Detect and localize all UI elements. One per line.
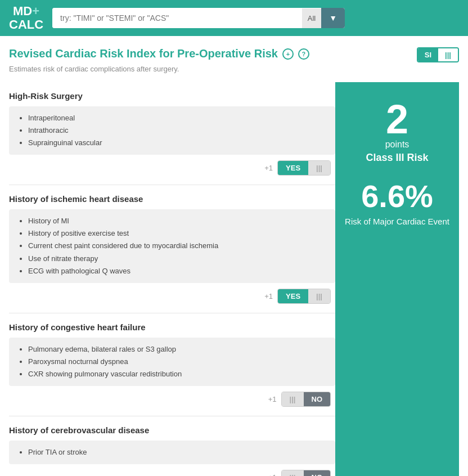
criteria-item: ECG with pathological Q waves — [28, 265, 326, 277]
question-ischemic-heart: History of ischemic heart disease Histor… — [9, 185, 335, 313]
result-points: 2 — [386, 99, 408, 140]
add-icon[interactable]: + — [282, 48, 294, 60]
criteria-item: Prior TIA or stroke — [28, 446, 326, 459]
criteria-item: Pulmonary edema, bilateral rales or S3 g… — [28, 343, 326, 356]
plus-label-0: +1 — [264, 164, 273, 172]
no-button-2[interactable]: NO — [304, 392, 331, 406]
subtitle: Estimates risk of cardiac complications … — [9, 65, 459, 73]
no-button-0[interactable]: ||| — [308, 161, 330, 175]
criteria-box-2: Pulmonary edema, bilateral rales or S3 g… — [9, 338, 335, 386]
result-class-label: Class III Risk — [366, 152, 428, 164]
toggle-row-0: +1 YES ||| — [9, 160, 335, 176]
criteria-item: CXR showing pulmonary vascular redistrib… — [28, 368, 326, 380]
question-title-2: History of congestive heart failure — [9, 322, 335, 332]
logo: MD+ CALC — [9, 5, 43, 32]
criteria-box-0: Intraperitoneal Intrathoracic Supraingui… — [9, 106, 335, 155]
toggle-row-3: +1 ||| NO — [9, 470, 335, 476]
no-button-1[interactable]: ||| — [308, 289, 330, 303]
criteria-item: Suprainguinal vascular — [28, 137, 326, 149]
yes-button-2[interactable]: ||| — [282, 392, 304, 406]
yes-button-0[interactable]: YES — [278, 161, 308, 175]
units-toggle: SI ||| — [417, 47, 459, 62]
criteria-item: History of MI — [28, 215, 326, 227]
toggle-3: ||| NO — [281, 470, 331, 476]
criteria-box-3: Prior TIA or stroke — [9, 441, 335, 464]
result-percentage: 6.6% — [361, 181, 433, 212]
question-congestive-heart: History of congestive heart failure Pulm… — [9, 313, 335, 416]
criteria-box-1: History of MI History of positive exerci… — [9, 209, 335, 282]
criteria-item: Use of nitrate therapy — [28, 253, 326, 265]
toggle-row-1: +1 YES ||| — [9, 289, 335, 304]
search-input[interactable] — [52, 8, 302, 28]
plus-label-3: +1 — [268, 473, 277, 476]
units-button[interactable]: ||| — [438, 48, 458, 61]
question-title-3: History of cerebrovascular disease — [9, 425, 335, 435]
result-points-label: points — [385, 140, 410, 150]
criteria-item: Intrathoracic — [28, 124, 326, 137]
header: MD+ CALC All ▼ — [0, 0, 468, 36]
toggle-2: ||| NO — [281, 392, 331, 407]
criteria-item: Intraperitoneal — [28, 112, 326, 124]
results-panel: 2 points Class III Risk 6.6% Risk of Maj… — [335, 82, 459, 476]
page-content: Revised Cardiac Risk Index for Pre-Opera… — [0, 36, 468, 476]
toggle-row-2: +1 ||| NO — [9, 392, 335, 407]
criteria-item: Paroxysmal nocturnal dyspnea — [28, 356, 326, 368]
toggle-0: YES ||| — [277, 160, 331, 176]
search-dropdown-button[interactable]: ▼ — [321, 8, 345, 28]
logo-plus: + — [32, 4, 39, 18]
question-title-1: History of ischemic heart disease — [9, 194, 335, 204]
no-button-3[interactable]: NO — [304, 470, 331, 476]
logo-md: MD — [13, 4, 32, 18]
search-wrapper: All ▼ — [52, 8, 345, 28]
questions-panel: High-Risk Surgery Intraperitoneal Intrat… — [9, 82, 335, 476]
search-filter-button[interactable]: All — [302, 8, 321, 28]
toggle-1: YES ||| — [277, 289, 331, 304]
result-risk-label: Risk of Major Cardiac Event — [345, 215, 449, 227]
yes-button-1[interactable]: YES — [278, 289, 308, 303]
question-high-risk-surgery: High-Risk Surgery Intraperitoneal Intrat… — [9, 82, 335, 185]
si-button[interactable]: SI — [418, 48, 438, 61]
main-layout: High-Risk Surgery Intraperitoneal Intrat… — [9, 82, 459, 476]
criteria-item: Current chest paint considered due to my… — [28, 240, 326, 252]
question-cerebrovascular: History of cerebrovascular disease Prior… — [9, 416, 335, 476]
plus-label-1: +1 — [264, 292, 273, 300]
question-title-0: High-Risk Surgery — [9, 91, 335, 101]
plus-label-2: +1 — [268, 395, 277, 403]
help-icon[interactable]: ? — [298, 48, 309, 60]
logo-calc: CALC — [9, 18, 43, 32]
page-title: Revised Cardiac Risk Index for Pre-Opera… — [9, 47, 309, 60]
yes-button-3[interactable]: ||| — [282, 470, 304, 476]
criteria-item: History of positive exercise test — [28, 227, 326, 240]
